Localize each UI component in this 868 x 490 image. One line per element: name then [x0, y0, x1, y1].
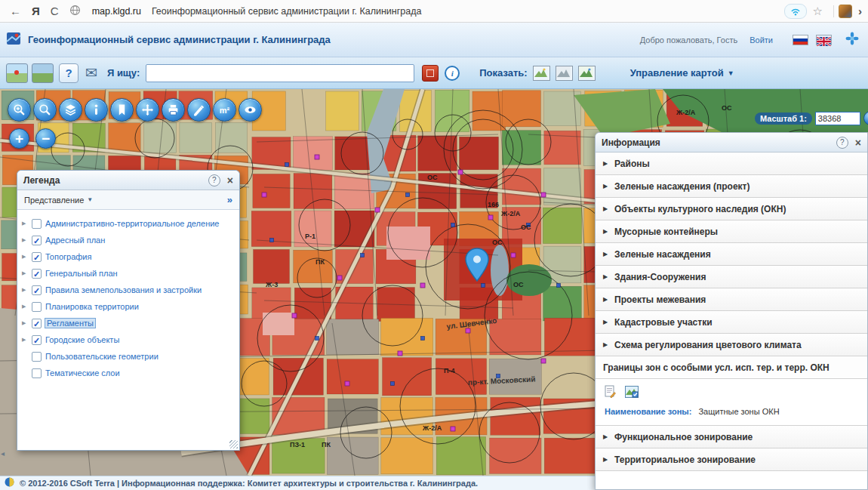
zoom-window-button[interactable]: [8, 98, 31, 122]
resize-grip[interactable]: [229, 440, 238, 448]
search-input[interactable]: [146, 64, 414, 82]
expand-arrow-icon[interactable]: ▶: [22, 220, 31, 227]
refresh-icon[interactable]: C: [51, 5, 59, 17]
flag-uk-icon[interactable]: [816, 35, 832, 45]
legend-layer-row[interactable]: ▶ ✓ Регламенты: [22, 315, 236, 331]
legend-layer-row[interactable]: ▶ ✓ Пользовательские геометрии: [22, 348, 236, 365]
show-option-2-icon[interactable]: [556, 66, 573, 81]
legend-layer-row[interactable]: ▶ ✓ Правила землепользования и застройки: [22, 282, 236, 298]
back-icon[interactable]: ←: [10, 5, 21, 17]
legend-expand-icon[interactable]: »: [227, 194, 232, 205]
info-expanded-section[interactable]: Границы зон с особыми усл. исп. тер. и т…: [596, 356, 867, 379]
expand-arrow-icon[interactable]: ▶: [22, 254, 31, 260]
bookmark-button[interactable]: [110, 98, 134, 122]
layer-label[interactable]: Административно-территориальное деление: [45, 219, 219, 228]
expand-arrow-icon[interactable]: ▶: [22, 287, 31, 293]
legend-layer-row[interactable]: ▶ ✓ Генеральный план: [22, 265, 236, 282]
legend-layer-row[interactable]: ▶ ✓ Тематические слои: [22, 365, 236, 381]
legend-layer-row[interactable]: ▶ ✓ Городские объекты: [22, 331, 236, 348]
area-measure-button[interactable]: m²: [213, 98, 236, 122]
layer-label[interactable]: Адресный план: [45, 236, 105, 245]
measure-button[interactable]: [187, 98, 211, 122]
info-section-row[interactable]: ▶ Функциональное зонирование: [596, 426, 867, 448]
layer-checkbox[interactable]: ✓: [32, 319, 42, 328]
overflow-chevron-icon[interactable]: ›: [858, 5, 862, 17]
extension-icon[interactable]: [839, 5, 852, 18]
show-option-3-icon[interactable]: [578, 66, 596, 81]
expand-arrow-icon[interactable]: ▶: [22, 337, 31, 343]
layer-checkbox[interactable]: ✓: [32, 252, 42, 262]
pan-button[interactable]: [136, 98, 159, 122]
layer-checkbox[interactable]: ✓: [32, 219, 42, 229]
object-info-button[interactable]: [85, 98, 108, 122]
legend-layer-row[interactable]: ▶ ✓ Административно-территориальное деле…: [22, 215, 236, 232]
layer-checkbox[interactable]: ✓: [32, 269, 42, 279]
help-button[interactable]: ?: [59, 63, 78, 83]
legend-help-icon[interactable]: ?: [208, 174, 220, 186]
legend-header[interactable]: Легенда ? ×: [17, 171, 239, 190]
layer-checkbox[interactable]: ✓: [32, 352, 42, 362]
zoom-select-button[interactable]: [33, 98, 57, 122]
info-section-row[interactable]: ▶ Зеленые насаждения (проект): [596, 175, 867, 198]
legend-layer-row[interactable]: ▶ ✓ Топография: [22, 248, 236, 265]
basemap-thumb-icon[interactable]: [6, 63, 28, 83]
layer-label[interactable]: Пользовательские геометрии: [45, 352, 159, 361]
browser-menu-icon[interactable]: Я: [32, 5, 40, 17]
info-help-icon[interactable]: ?: [836, 137, 848, 149]
layer-checkbox[interactable]: ✓: [32, 236, 42, 245]
expand-arrow-icon[interactable]: ▶: [22, 237, 31, 243]
svg-text:Ж-2/А: Ж-2/А: [676, 109, 696, 116]
show-option-1-icon[interactable]: [533, 66, 550, 81]
expand-arrow-icon[interactable]: ▶: [22, 270, 31, 276]
info-circle-icon[interactable]: i: [445, 66, 460, 81]
basemap-thumb-2-icon[interactable]: [32, 63, 54, 83]
layer-label[interactable]: Правила землепользования и застройки: [45, 285, 202, 294]
print-button[interactable]: [162, 98, 185, 122]
layer-label[interactable]: Тематические слои: [45, 368, 120, 378]
site-emblem-icon[interactable]: [845, 32, 859, 48]
layer-label[interactable]: Топография: [45, 252, 91, 261]
visibility-button[interactable]: [239, 98, 262, 122]
panel-collapse-arrow-icon[interactable]: ◂: [1, 449, 5, 458]
scale-input[interactable]: [815, 112, 860, 125]
zoom-out-button[interactable]: −: [35, 128, 56, 149]
info-section-row[interactable]: ▶ Проекты межевания: [596, 288, 867, 311]
map-management-menu[interactable]: Управление картой ▼: [630, 67, 734, 79]
login-link[interactable]: Войти: [749, 35, 773, 45]
layer-checkbox[interactable]: ✓: [32, 368, 42, 378]
info-section-row[interactable]: ▶ Районы: [596, 153, 867, 175]
flag-ru-icon[interactable]: [793, 35, 808, 45]
view-dropdown[interactable]: Представление ▼: [24, 196, 93, 205]
layer-label[interactable]: Генеральный план: [45, 269, 118, 278]
info-section-row[interactable]: ▶ Объекты культурного наследия (ОКН): [596, 198, 867, 220]
scale-apply-icon[interactable]: [863, 111, 868, 125]
layer-checkbox[interactable]: ✓: [32, 302, 42, 312]
legend-layer-row[interactable]: ▶ ✓ Адресный план: [22, 232, 236, 248]
info-header[interactable]: Информация ? ×: [596, 133, 867, 153]
map-layer-icon[interactable]: [625, 386, 639, 401]
info-section-row[interactable]: ▶ Схема регулирования цветового климата: [596, 334, 867, 356]
info-section-row[interactable]: ▶ Здания-Сооружения: [596, 266, 867, 288]
info-section-row[interactable]: ▶ Зеленые насаждения: [596, 243, 867, 266]
feedback-mail-icon[interactable]: ✉: [85, 64, 97, 82]
layer-label[interactable]: Планировка территории: [45, 302, 139, 311]
layer-label[interactable]: Регламенты: [45, 319, 95, 328]
protect-badge[interactable]: [784, 4, 807, 19]
layers-button[interactable]: [59, 98, 82, 122]
search-clear-button[interactable]: [422, 65, 439, 82]
layer-checkbox[interactable]: ✓: [32, 285, 42, 295]
expand-arrow-icon[interactable]: ▶: [22, 320, 31, 326]
info-section-row[interactable]: ▶ Территориальное зонирование: [596, 448, 867, 471]
info-section-row[interactable]: ▶ Мусорные контейнеры: [596, 220, 867, 243]
info-close-icon[interactable]: ×: [855, 137, 861, 148]
zoom-in-button[interactable]: +: [9, 128, 29, 149]
legend-layer-row[interactable]: ▶ ✓ Планировка территории: [22, 298, 236, 315]
info-section-row[interactable]: ▶ Кадастровые участки: [596, 311, 867, 334]
legend-close-icon[interactable]: ×: [227, 175, 233, 186]
address-host[interactable]: map.klgd.ru: [92, 6, 141, 17]
layer-checkbox[interactable]: ✓: [32, 335, 42, 345]
layer-label[interactable]: Городские объекты: [45, 335, 119, 344]
edit-doc-icon[interactable]: [605, 385, 616, 401]
expand-arrow-icon[interactable]: ▶: [22, 304, 31, 310]
bookmark-star-icon[interactable]: ☆: [813, 5, 823, 18]
